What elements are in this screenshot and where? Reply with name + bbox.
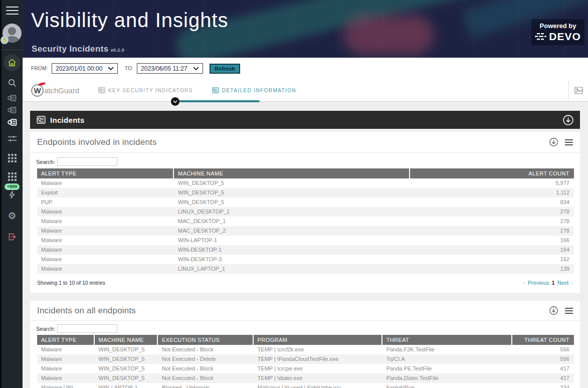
- incidents-section-title: Incidents: [50, 116, 85, 124]
- report-icon: [98, 87, 105, 94]
- apps-grid-icon[interactable]: [8, 172, 17, 181]
- tab-label: DETAILED INFORMATION: [222, 88, 296, 93]
- tab-key-security-indicators[interactable]: KEY SECURITY INDICATORS: [98, 87, 193, 94]
- notification-badge[interactable]: +999: [5, 183, 20, 190]
- table-cell: WIN_DESKTOP_5: [174, 188, 410, 198]
- panel-incidents-all-endpoints: Incidents on all endpoints Search: ALERT…: [30, 301, 580, 388]
- table-cell: 139: [410, 264, 574, 274]
- table-cell: Panda.F2K.TestFile: [382, 345, 512, 354]
- dashboard-icon-active[interactable]: [7, 118, 18, 127]
- table-body: MalwareWIN_DESKTOP_5Not Executed - Block…: [37, 345, 574, 388]
- table-cell: WIN-LAPTOP-1: [174, 236, 410, 245]
- table-cell: Blocked - Unknown: [158, 383, 254, 388]
- next-arrow-icon[interactable]: ›: [571, 280, 573, 286]
- tab-scroll-knob[interactable]: [171, 97, 179, 106]
- search-input[interactable]: [57, 324, 117, 333]
- table-cell: TEMP | \dialer.exe: [254, 373, 382, 383]
- table-cell: PUP: [37, 198, 174, 207]
- table-cell: WIN_DESKTOP_5: [174, 198, 410, 207]
- table-row: MalwareLINUX_LAPTOP_1139: [37, 264, 574, 274]
- previous-arrow-icon[interactable]: ‹: [523, 280, 525, 286]
- table-row: MalwareWIN_DESKTOP_55,977: [37, 178, 574, 188]
- panel-endpoints-involved: Endpoints involved in incidents Search: …: [30, 132, 580, 293]
- search-icon[interactable]: [8, 78, 17, 88]
- refresh-button[interactable]: Refresh: [210, 64, 240, 74]
- to-date-value: 2023/06/05 11:27: [141, 65, 187, 72]
- table-cell: Malware: [37, 345, 95, 354]
- column-header: ALERT TYPE: [37, 168, 174, 178]
- column-header: MACHINE NAME: [95, 335, 158, 345]
- powered-by-label: Powered by: [540, 22, 576, 30]
- previous-button[interactable]: Previous: [528, 280, 549, 286]
- main-area: Visibility and Insights Security Inciden…: [23, 0, 588, 388]
- column-header: ALERT COUNT: [410, 168, 574, 178]
- tab-detailed-information[interactable]: DETAILED INFORMATION: [212, 87, 296, 94]
- table-cell: Malware: [37, 245, 174, 255]
- table-row: MalwareLINUX_DESKTOP_1278: [37, 207, 574, 217]
- panel-menu-icon[interactable]: [564, 307, 574, 315]
- dashboard-icon[interactable]: [7, 106, 17, 114]
- incidents-icon: [37, 115, 46, 124]
- download-icon[interactable]: [549, 137, 558, 147]
- filter-sliders-icon[interactable]: [8, 135, 17, 143]
- table-cell: Malware URL: [37, 383, 95, 388]
- table-cell: Malware: [37, 207, 174, 217]
- table-cell: WIN_DESKTOP_5: [174, 178, 410, 188]
- table-cell: 278: [410, 226, 574, 236]
- sidebar-divider: [1, 50, 24, 50]
- collapse-section-icon[interactable]: [562, 114, 574, 126]
- watchguard-logo[interactable]: W atchGuard: [31, 84, 79, 97]
- image-export-icon[interactable]: [569, 87, 588, 94]
- chevron-down-icon: [108, 67, 114, 70]
- table-cell: MAC_DESKTOP_1: [174, 217, 410, 226]
- to-date-picker[interactable]: 2023/06/05 11:27: [137, 63, 203, 74]
- table-cell: MAC_DESKTOP_2: [174, 226, 410, 236]
- pagination: ‹ Previous 1 Next ›: [523, 280, 573, 286]
- from-date-picker[interactable]: 2023/01/01 00:00: [52, 63, 118, 74]
- table-cell: 278: [410, 217, 574, 226]
- table-cell: WIN_DESKTOP_5: [95, 364, 158, 373]
- table-cell: WIN-LAPTOP-1: [95, 383, 158, 388]
- devo-brand-name: DEVO: [549, 31, 581, 43]
- search-label: Search:: [36, 159, 55, 165]
- column-header: ALERT TYPE: [37, 335, 95, 345]
- home-button[interactable]: [4, 54, 21, 71]
- bolt-icon[interactable]: [8, 190, 16, 199]
- table-cell: Malware: [37, 373, 95, 383]
- watchguard-logo-text: atchGuard: [44, 86, 79, 95]
- active-tab-underline: [175, 100, 260, 102]
- download-icon[interactable]: [549, 306, 558, 315]
- apps-grid-icon[interactable]: [8, 154, 17, 162]
- table-cell: Exploit: [37, 188, 174, 198]
- table-cell: Panda.Dialer.TestFile: [382, 373, 512, 383]
- table-cell: Malware: [37, 217, 174, 226]
- table-cell: Panda.PE.TestFile: [382, 364, 512, 373]
- page-subtitle: Security Incidentsv0.2.0: [32, 44, 124, 54]
- table-cell: 556: [512, 345, 574, 354]
- table-row: MalwareWIN-DESKTOP-1164: [37, 245, 574, 255]
- gear-icon[interactable]: ⚙: [8, 210, 16, 222]
- avatar[interactable]: ✋: [3, 24, 22, 43]
- devo-dashes-icon: [535, 33, 546, 40]
- menu-icon[interactable]: [4, 5, 21, 17]
- dashboard-icon[interactable]: [7, 94, 17, 102]
- table-cell: 278: [410, 207, 574, 217]
- table-row: MalwareWIN_DESKTOP_5Not Executed - Block…: [37, 373, 574, 383]
- watchguard-logo-circle: W: [31, 84, 44, 97]
- column-header: MACHINE NAME: [174, 168, 410, 178]
- table-cell: 834: [410, 198, 574, 207]
- from-label: FROM:: [31, 66, 48, 71]
- to-label: TO:: [125, 66, 133, 71]
- incidents-table: ALERT TYPEMACHINE NAMEEXECUTION STATUSPR…: [37, 335, 574, 388]
- powered-by-devo-logo: Powered by DEVO: [531, 19, 584, 45]
- table-row: MalwareWIN_DESKTOP_5Not Executed - Delet…: [37, 354, 574, 364]
- page-number[interactable]: 1: [552, 280, 555, 286]
- column-header: THREAT: [382, 335, 512, 345]
- logout-icon[interactable]: [8, 233, 17, 241]
- table-cell: WIN_DESKTOP_5: [95, 345, 158, 354]
- from-date-value: 2023/01/01 00:00: [56, 65, 102, 72]
- search-input[interactable]: [57, 157, 117, 166]
- next-button[interactable]: Next: [557, 280, 569, 286]
- table-cell: Exploit/Run: [382, 383, 512, 388]
- panel-menu-icon[interactable]: [564, 138, 574, 146]
